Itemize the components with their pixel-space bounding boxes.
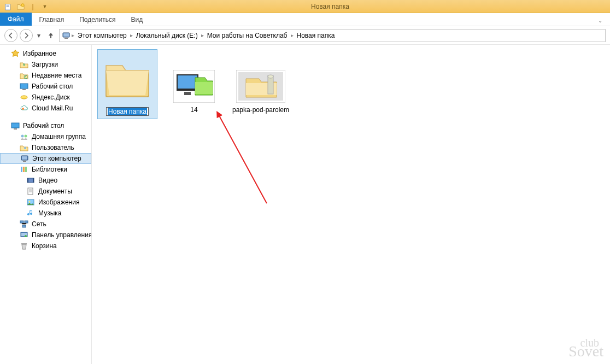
file-label: papka-pod-parolem: [232, 106, 289, 114]
favorites-header[interactable]: Избранное: [0, 48, 91, 59]
svg-rect-19: [23, 161, 26, 162]
tree-label: Сеть: [32, 220, 46, 228]
rename-text: Новая папка: [108, 108, 147, 115]
ribbon-tab-share[interactable]: Поделиться: [72, 14, 123, 26]
svg-point-10: [21, 96, 27, 99]
breadcrumb-drive[interactable]: Локальный диск (E:): [134, 32, 200, 39]
documents-icon: [26, 187, 35, 196]
navigation-bar: ▾ ▸ Этот компьютер ▸ Локальный диск (E:)…: [0, 26, 610, 45]
ribbon-tab-view[interactable]: Вид: [123, 14, 150, 26]
music-icon: [26, 209, 35, 218]
sidebar-item-libraries[interactable]: Библиотеки: [0, 164, 91, 175]
up-button[interactable]: [45, 30, 57, 42]
tree-label: Музыка: [38, 209, 61, 217]
tree-label: Панель управления: [32, 231, 92, 239]
tree-label: Документы: [38, 187, 72, 195]
svg-rect-26: [28, 188, 33, 195]
svg-line-44: [219, 115, 267, 203]
sidebar-item-user[interactable]: Пользователь: [0, 142, 91, 153]
sidebar-item-desktop-fav[interactable]: Рабочий стол: [0, 81, 91, 92]
star-icon: [11, 49, 20, 58]
tree-label: Домашняя группа: [32, 133, 86, 140]
address-bar[interactable]: ▸ Этот компьютер ▸ Локальный диск (E:) ▸…: [59, 29, 606, 42]
tree-label: Cloud Mail.Ru: [32, 104, 73, 112]
sidebar-item-recent[interactable]: Недавние места: [0, 70, 91, 81]
control-panel-icon: [20, 231, 28, 239]
downloads-icon: [20, 60, 28, 69]
breadcrumb-sep-icon[interactable]: ▸: [291, 32, 294, 38]
svg-point-34: [25, 235, 27, 237]
pictures-icon: [26, 198, 35, 207]
tree-label: Библиотеки: [32, 166, 67, 173]
svg-rect-6: [64, 38, 68, 39]
svg-rect-39: [184, 92, 191, 95]
recent-locations-icon[interactable]: ▾: [35, 29, 43, 42]
back-button[interactable]: [4, 29, 17, 42]
svg-point-28: [29, 201, 31, 203]
image-thumbnail: [167, 68, 221, 105]
sidebar-item-documents[interactable]: Документы: [0, 186, 91, 197]
sidebar-item-yandex[interactable]: Яндекс.Диск: [0, 92, 91, 103]
computer-icon: [62, 31, 71, 40]
rename-input[interactable]: Новая папка: [106, 107, 149, 116]
svg-rect-38: [178, 75, 197, 89]
title-bar: | ▼ Новая папка: [0, 0, 610, 13]
svg-rect-2: [7, 6, 9, 7]
forward-button[interactable]: [20, 29, 33, 42]
quick-access-toolbar: | ▼: [0, 1, 50, 12]
svg-point-43: [268, 75, 273, 78]
breadcrumb-folder-2[interactable]: Новая папка: [295, 32, 337, 39]
tree-label: Недавние места: [32, 72, 81, 79]
svg-rect-35: [21, 243, 27, 244]
sidebar-item-cloudmail[interactable]: Cloud Mail.Ru: [0, 103, 91, 114]
tree-label: Рабочий стол: [23, 122, 64, 130]
file-item-image-1[interactable]: 14: [164, 66, 224, 117]
breadcrumb-sep-icon[interactable]: ▸: [130, 32, 133, 38]
new-folder-icon[interactable]: [15, 1, 26, 12]
properties-icon[interactable]: [3, 1, 14, 12]
sidebar-item-homegroup[interactable]: Домашняя группа: [0, 131, 91, 142]
file-item-new-folder[interactable]: Новая папка: [97, 49, 157, 119]
sidebar-item-downloads[interactable]: Загрузки: [0, 59, 91, 70]
tree-label: Пользователь: [32, 144, 74, 151]
sidebar-item-control-panel[interactable]: Панель управления: [0, 230, 91, 240]
sidebar-item-recycle-bin[interactable]: Корзина: [0, 240, 91, 251]
ribbon-tab-main[interactable]: Главная: [32, 14, 72, 26]
file-item-image-2[interactable]: papka-pod-parolem: [231, 66, 291, 117]
folder-icon: [100, 51, 155, 106]
cloud-mail-icon: [20, 104, 28, 113]
breadcrumb-this-pc[interactable]: Этот компьютер: [75, 32, 129, 39]
desktop-icon: [20, 82, 28, 91]
svg-rect-8: [20, 84, 28, 89]
svg-rect-25: [33, 178, 34, 183]
qat-dropdown-icon[interactable]: ▼: [39, 1, 50, 12]
tree-label: Этот компьютер: [32, 155, 81, 162]
breadcrumb-sep-icon[interactable]: ▸: [201, 32, 204, 38]
favorites-label: Избранное: [23, 50, 56, 57]
svg-rect-13: [14, 128, 17, 130]
tree-label: Изображения: [38, 198, 79, 206]
sidebar-item-this-pc[interactable]: Этот компьютер: [0, 153, 91, 164]
annotation-arrow: [212, 110, 278, 209]
recycle-bin-icon: [20, 242, 28, 250]
file-tab[interactable]: Файл: [0, 13, 32, 26]
svg-rect-21: [23, 167, 25, 172]
sidebar-item-pictures[interactable]: Изображения: [0, 197, 91, 208]
svg-rect-18: [22, 156, 27, 160]
video-icon: [26, 176, 35, 185]
content-pane[interactable]: Новая папка 14: [92, 45, 610, 364]
sidebar-item-network[interactable]: Сеть: [0, 219, 91, 230]
svg-point-14: [21, 135, 24, 138]
svg-rect-0: [5, 4, 10, 10]
svg-rect-29: [20, 221, 24, 223]
desktop-header[interactable]: Рабочий стол: [0, 120, 91, 131]
svg-rect-12: [11, 123, 19, 128]
breadcrumb-folder-1[interactable]: Мои работы на Советклаб: [205, 32, 290, 39]
tree-label: Видео: [38, 177, 57, 184]
breadcrumb-sep-icon[interactable]: ▸: [72, 32, 74, 38]
navigation-pane: Избранное Загрузки Недавние места Рабочи…: [0, 45, 92, 364]
sidebar-item-music[interactable]: Музыка: [0, 208, 91, 219]
sidebar-item-videos[interactable]: Видео: [0, 175, 91, 186]
qat-divider: |: [27, 1, 38, 12]
ribbon-expand-icon[interactable]: ⌄: [590, 15, 610, 26]
